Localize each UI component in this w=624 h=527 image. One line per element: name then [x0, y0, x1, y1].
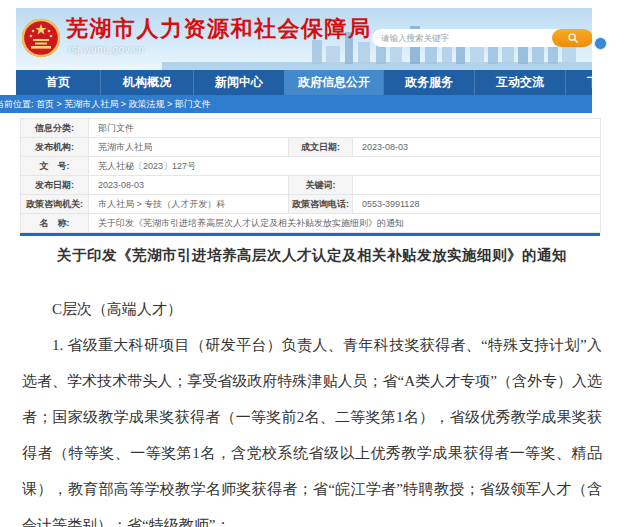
- publish-date-value: 2023-08-03: [89, 176, 289, 195]
- breadcrumb: 当前位置: 首页 > 芜湖市人社局 > 政策法规 > 部门文件: [0, 95, 592, 113]
- consult-org-label: 政策咨询机关:: [21, 195, 89, 214]
- national-emblem-icon: [21, 18, 61, 58]
- document-info-table: 信息分类: 部门文件 发布机构: 芜湖市人社局 成文日期: 2023-08-03…: [20, 118, 600, 236]
- doc-name-value: 关于印发《芜湖市引进培养高层次人才认定及相关补贴发放实施细则》的通知: [89, 214, 601, 233]
- article-paragraph: C层次（高端人才）: [22, 291, 602, 327]
- article-title: 关于印发《芜湖市引进培养高层次人才认定及相关补贴发放实施细则》的通知: [20, 246, 604, 265]
- table-row: 文 号: 芜人社秘〔2023〕127号: [21, 157, 601, 176]
- doc-number-value: 芜人社秘〔2023〕127号: [89, 157, 601, 176]
- site-banner: 芜湖市人力资源和社会保障局 rsj.wuhu.gov.cn: [16, 8, 592, 70]
- table-row: 政策咨询机关: 市人社局 > 专技（人才开发）科 政策咨询电话: 0553-39…: [21, 195, 601, 214]
- table-row: 名 称: 关于印发《芜湖市引进培养高层次人才认定及相关补贴发放实施细则》的通知: [21, 214, 601, 233]
- keywords-value: [353, 176, 601, 195]
- search-button[interactable]: [552, 29, 592, 47]
- nav-item-downloads[interactable]: 下载专区: [565, 70, 592, 95]
- nav-item-info-disclosure[interactable]: 政府信息公开: [284, 70, 383, 95]
- nav-item-interact[interactable]: 互动交流: [474, 70, 565, 95]
- agency-label: 发布机构:: [21, 138, 89, 157]
- article-body: C层次（高端人才） 1. 省级重大科研项目（研发平台）负责人、青年科技奖获得者、…: [22, 291, 602, 527]
- category-label: 信息分类:: [21, 119, 89, 138]
- table-row: 发布机构: 芜湖市人社局 成文日期: 2023-08-03: [21, 138, 601, 157]
- search-bar: [372, 29, 592, 47]
- consult-org-value: 市人社局 > 专技（人才开发）科: [89, 195, 289, 214]
- article-paragraph: 1. 省级重大科研项目（研发平台）负责人、青年科技奖获得者、“特殊支持计划”入选…: [22, 327, 602, 527]
- magnifier-icon: [567, 32, 579, 44]
- category-value: 部门文件: [89, 119, 601, 138]
- date-written-label: 成文日期:: [289, 138, 353, 157]
- accessibility-badge-icon[interactable]: [594, 37, 607, 50]
- nav-item-news[interactable]: 新闻中心: [193, 70, 284, 95]
- main-navigation: 首页 机构概况 新闻中心 政府信息公开 政务服务 互动交流 下载专区: [16, 70, 592, 95]
- doc-number-label: 文 号:: [21, 157, 89, 176]
- breadcrumb-text[interactable]: 当前位置: 首页 > 芜湖市人社局 > 政策法规 > 部门文件: [0, 95, 211, 113]
- consult-phone-value: 0553-3991128: [353, 195, 601, 214]
- site-name[interactable]: 芜湖市人力资源和社会保障局: [66, 14, 372, 44]
- date-written-value: 2023-08-03: [353, 138, 601, 157]
- table-row: 信息分类: 部门文件: [21, 119, 601, 138]
- nav-item-home[interactable]: 首页: [16, 70, 100, 95]
- nav-item-about[interactable]: 机构概况: [100, 70, 193, 95]
- site-url: rsj.wuhu.gov.cn: [68, 44, 144, 55]
- consult-phone-label: 政策咨询电话:: [289, 195, 353, 214]
- table-row: 发布日期: 2023-08-03 关键词:: [21, 176, 601, 195]
- nav-item-services[interactable]: 政务服务: [383, 70, 474, 95]
- keywords-label: 关键词:: [289, 176, 353, 195]
- publish-date-label: 发布日期:: [21, 176, 89, 195]
- agency-value: 芜湖市人社局: [89, 138, 289, 157]
- doc-name-label: 名 称:: [21, 214, 89, 233]
